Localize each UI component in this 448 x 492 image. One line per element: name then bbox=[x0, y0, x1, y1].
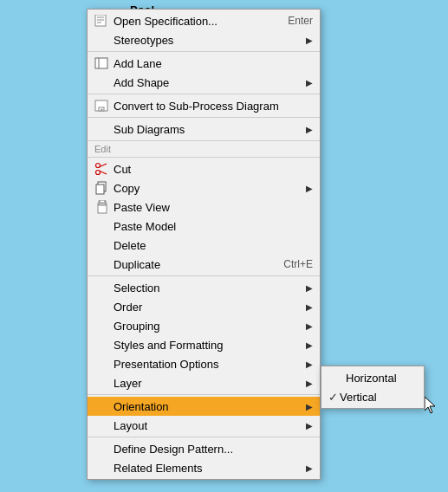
menu-item-paste-view[interactable]: Paste View bbox=[88, 197, 320, 217]
open-spec-label: Open Specification... bbox=[114, 15, 270, 28]
menu-item-add-lane[interactable]: Add Lane bbox=[88, 54, 320, 73]
submenu-item-horizontal[interactable]: Horizontal bbox=[321, 368, 424, 387]
no-check-icon bbox=[328, 371, 342, 385]
stereotypes-label: Stereotypes bbox=[114, 34, 306, 47]
menu-item-cut[interactable]: Cut bbox=[88, 159, 320, 178]
menu-item-delete[interactable]: Delete bbox=[88, 236, 320, 255]
menu-item-define-pattern[interactable]: Define Design Pattern... bbox=[88, 439, 320, 458]
vertical-label: Vertical bbox=[340, 391, 417, 404]
convert-label: Convert to Sub-Process Diagram bbox=[114, 100, 313, 113]
separator-3 bbox=[88, 117, 320, 118]
cut-label: Cut bbox=[114, 163, 313, 176]
empty-icon13 bbox=[93, 399, 110, 413]
styles-arrow: ▶ bbox=[306, 340, 313, 350]
related-label: Related Elements bbox=[114, 462, 306, 475]
styles-label: Styles and Formatting bbox=[114, 339, 306, 352]
svg-text:+: + bbox=[101, 107, 103, 112]
empty-icon10 bbox=[93, 338, 110, 352]
svg-point-9 bbox=[96, 164, 101, 168]
layer-label: Layer bbox=[114, 377, 306, 390]
menu-item-sub-diagrams[interactable]: Sub Diagrams ▶ bbox=[88, 120, 320, 139]
copy-icon bbox=[93, 181, 110, 195]
menu-item-related[interactable]: Related Elements ▶ bbox=[88, 458, 320, 477]
separator-6 bbox=[88, 275, 320, 276]
empty-icon14 bbox=[93, 418, 110, 432]
empty-icon5 bbox=[93, 238, 110, 252]
empty-icon4 bbox=[93, 219, 110, 233]
separator-5 bbox=[88, 157, 320, 158]
menu-item-layout[interactable]: Layout ▶ bbox=[88, 416, 320, 435]
menu-item-stereotypes[interactable]: Stereotypes ▶ bbox=[88, 30, 320, 49]
menu-item-presentation[interactable]: Presentation Options ▶ bbox=[88, 354, 320, 373]
arrow-icon: ▶ bbox=[306, 36, 313, 45]
scissors-icon bbox=[93, 162, 110, 176]
copy-arrow: ▶ bbox=[306, 184, 313, 193]
menu-item-layer[interactable]: Layer ▶ bbox=[88, 373, 320, 392]
separator-2 bbox=[88, 94, 320, 94]
empty-icon bbox=[93, 33, 110, 47]
orientation-label: Orientation bbox=[114, 400, 306, 413]
empty-icon6 bbox=[93, 257, 110, 271]
cursor bbox=[425, 397, 437, 417]
presentation-label: Presentation Options bbox=[114, 358, 306, 371]
grouping-arrow: ▶ bbox=[306, 321, 313, 331]
doc-icon bbox=[93, 14, 110, 28]
svg-point-10 bbox=[96, 171, 101, 175]
separator-8 bbox=[88, 437, 320, 437]
empty-icon9 bbox=[93, 319, 110, 333]
paste-icon bbox=[93, 200, 110, 214]
copy-label: Copy bbox=[114, 182, 306, 195]
selection-arrow: ▶ bbox=[306, 283, 313, 293]
subprocess-icon: + bbox=[93, 99, 110, 113]
add-shape-label: Add Shape bbox=[114, 76, 306, 89]
menu-item-convert[interactable]: + Convert to Sub-Process Diagram bbox=[88, 96, 320, 115]
paste-model-label: Paste Model bbox=[114, 220, 313, 233]
edit-section-label: Edit bbox=[88, 143, 320, 155]
define-pattern-label: Define Design Pattern... bbox=[114, 443, 313, 456]
separator-7 bbox=[88, 394, 320, 395]
lane-icon bbox=[93, 56, 110, 70]
layout-arrow: ▶ bbox=[306, 421, 313, 430]
menu-item-order[interactable]: Order ▶ bbox=[88, 297, 320, 316]
menu-item-orientation[interactable]: Orientation ▶ bbox=[88, 397, 320, 416]
submenu-item-vertical[interactable]: ✓ Vertical bbox=[321, 387, 424, 406]
menu-item-duplicate[interactable]: Duplicate Ctrl+E bbox=[88, 255, 320, 274]
empty-icon11 bbox=[93, 357, 110, 371]
empty-icon12 bbox=[93, 376, 110, 390]
separator-4 bbox=[88, 140, 320, 141]
empty-icon2 bbox=[93, 75, 110, 89]
menu-item-add-shape[interactable]: Add Shape ▶ bbox=[88, 73, 320, 92]
empty-icon16 bbox=[93, 461, 110, 475]
sub-diagrams-arrow: ▶ bbox=[306, 125, 313, 134]
horizontal-label: Horizontal bbox=[346, 372, 417, 385]
menu-item-selection[interactable]: Selection ▶ bbox=[88, 278, 320, 297]
layer-arrow: ▶ bbox=[306, 379, 313, 388]
svg-line-12 bbox=[100, 172, 107, 175]
selection-label: Selection bbox=[114, 282, 306, 295]
svg-rect-14 bbox=[96, 184, 104, 194]
context-menu: Open Specification... Enter Stereotypes … bbox=[87, 9, 321, 480]
add-lane-label: Add Lane bbox=[114, 57, 313, 70]
svg-marker-18 bbox=[425, 397, 435, 413]
menu-item-styles[interactable]: Styles and Formatting ▶ bbox=[88, 335, 320, 354]
duplicate-label: Duplicate bbox=[114, 258, 266, 271]
menu-item-paste-model[interactable]: Paste Model bbox=[88, 217, 320, 236]
order-label: Order bbox=[114, 301, 306, 314]
empty-icon3 bbox=[93, 122, 110, 136]
orientation-submenu: Horizontal ✓ Vertical bbox=[321, 366, 425, 409]
paste-view-label: Paste View bbox=[114, 201, 313, 214]
sub-diagrams-label: Sub Diagrams bbox=[114, 123, 306, 136]
separator-1 bbox=[88, 51, 320, 52]
menu-item-open-spec[interactable]: Open Specification... Enter bbox=[88, 11, 320, 30]
grouping-label: Grouping bbox=[114, 320, 306, 333]
menu-item-copy[interactable]: Copy ▶ bbox=[88, 178, 320, 197]
duplicate-shortcut: Ctrl+E bbox=[283, 258, 313, 270]
delete-label: Delete bbox=[114, 239, 313, 252]
empty-icon7 bbox=[93, 281, 110, 295]
layout-label: Layout bbox=[114, 419, 306, 432]
svg-rect-17 bbox=[100, 200, 105, 203]
add-shape-arrow: ▶ bbox=[306, 78, 313, 87]
menu-item-grouping[interactable]: Grouping ▶ bbox=[88, 316, 320, 335]
empty-icon15 bbox=[93, 442, 110, 456]
empty-icon8 bbox=[93, 300, 110, 314]
